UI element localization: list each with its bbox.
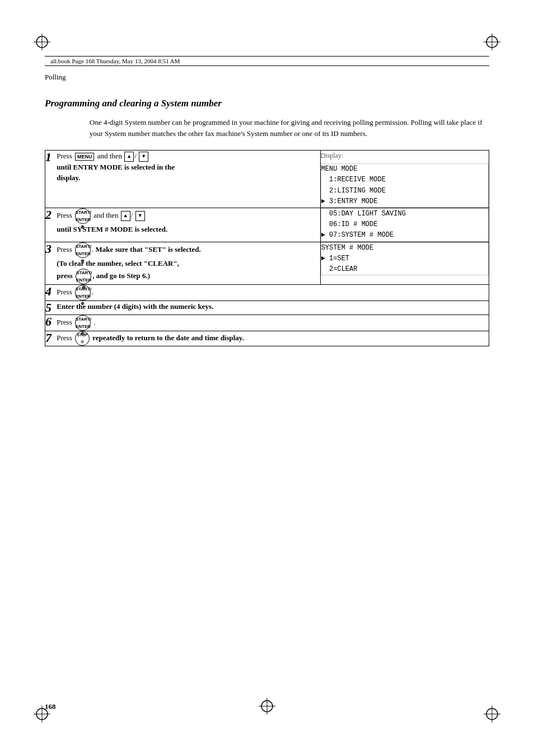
step-3-left: 3 Press START/ENTER⊕. Make sure that "SE… xyxy=(45,242,321,285)
bottom-crosshair xyxy=(259,698,275,717)
up-arrow-key-2: ▲ xyxy=(121,211,130,221)
step-3-content: Press START/ENTER⊕. Make sure that "SET"… xyxy=(57,242,200,285)
start-enter-button-2: START/ENTER⊕ xyxy=(75,208,91,224)
step-6-text: Press START/ENTER⊕ . xyxy=(57,315,95,331)
step-row-6: 6 Press START/ENTER⊕ . xyxy=(45,315,489,331)
step-1-content: Press MENU and then ▲/ ▼ until ENTRY MOD… xyxy=(57,151,175,184)
start-enter-button-3b: START/ENTER⊕ xyxy=(76,269,91,284)
step-row-2: 2 Press START/ENTER⊕ and then ▲/ ▼ until… xyxy=(45,208,489,242)
step-1-number: 1 xyxy=(45,150,51,164)
step-2-right: 05:DAY LIGHT SAVING 06:ID # MODE ► 07:SY… xyxy=(320,208,489,242)
section-label: Polling xyxy=(45,73,66,82)
step-7-content: 7 Press STOP⊙ repeatedly to return to th… xyxy=(45,331,489,346)
step-7-number: 7 xyxy=(45,331,51,345)
step-2-left: 2 Press START/ENTER⊕ and then ▲/ ▼ until… xyxy=(45,208,321,242)
step-5-number: 5 xyxy=(45,300,51,314)
step-2-content: Press START/ENTER⊕ and then ▲/ ▼ until S… xyxy=(57,208,167,235)
section-title: Programming and clearing a System number xyxy=(45,98,489,109)
header-file-info: all.book Page 168 Thursday, May 13, 2004… xyxy=(50,58,180,64)
step-5-content: 5 Enter the number (4 digits) with the n… xyxy=(45,301,489,315)
corner-mark-tl xyxy=(34,34,50,50)
start-enter-button-6: START/ENTER⊕ xyxy=(75,315,91,331)
step-3-display: SYSTEM # MODE ► 1=SET 2=CLEAR xyxy=(321,242,489,276)
page-number: 168 xyxy=(45,702,56,711)
intro-text: One 4-digit System number can be program… xyxy=(90,117,489,139)
down-arrow-key-2: ▼ xyxy=(135,211,145,221)
step-5-text: Enter the number (4 digits) with the num… xyxy=(57,301,213,312)
step-7-text: Press STOP⊙ repeatedly to return to the … xyxy=(57,331,244,346)
step-1-display-label: Display: xyxy=(321,151,489,161)
step-row-4: 4 Press START/ENTER⊕. xyxy=(45,285,489,301)
step-2-display: 05:DAY LIGHT SAVING 06:ID # MODE ► 07:SY… xyxy=(321,208,489,242)
step-1-display: MENU MODE 1:RECEIVE MODE 2:LISTING MODE … xyxy=(321,163,489,208)
step-row-1: 1 Press MENU and then ▲/ ▼ until ENTRY M… xyxy=(45,151,489,208)
step-2-number: 2 xyxy=(45,208,51,222)
content-area: Programming and clearing a System number… xyxy=(45,87,489,689)
step-4-content: 4 Press START/ENTER⊕. xyxy=(45,285,489,301)
corner-mark-br xyxy=(484,706,500,722)
down-arrow-key: ▼ xyxy=(139,152,148,162)
step-row-5: 5 Enter the number (4 digits) with the n… xyxy=(45,301,489,315)
header-bar: all.book Page 168 Thursday, May 13, 2004… xyxy=(45,56,489,66)
step-1-left: 1 Press MENU and then ▲/ ▼ until ENTRY M… xyxy=(45,151,321,208)
start-enter-button-4: START/ENTER⊕ xyxy=(75,285,91,300)
step-4-text: Press START/ENTER⊕. xyxy=(57,285,93,300)
step-3-right: SYSTEM # MODE ► 1=SET 2=CLEAR xyxy=(320,242,489,285)
page: all.book Page 168 Thursday, May 13, 2004… xyxy=(0,0,534,756)
step-3-number: 3 xyxy=(45,242,51,256)
steps-table: 1 Press MENU and then ▲/ ▼ until ENTRY M… xyxy=(45,150,489,346)
start-enter-button-3a: START/ENTER⊕ xyxy=(75,242,91,258)
menu-button-icon: MENU xyxy=(75,153,95,161)
corner-mark-tr xyxy=(484,34,500,50)
step-6-number: 6 xyxy=(45,314,51,328)
step-row-7: 7 Press STOP⊙ repeatedly to return to th… xyxy=(45,331,489,346)
step-row-3: 3 Press START/ENTER⊕. Make sure that "SE… xyxy=(45,242,489,285)
step-6-content: 6 Press START/ENTER⊕ . xyxy=(45,315,489,331)
stop-button-7: STOP⊙ xyxy=(75,331,90,346)
step-1-right: Display: MENU MODE 1:RECEIVE MODE 2:LIST… xyxy=(320,151,489,208)
up-arrow-key: ▲ xyxy=(124,152,134,162)
step-4-number: 4 xyxy=(45,284,51,298)
